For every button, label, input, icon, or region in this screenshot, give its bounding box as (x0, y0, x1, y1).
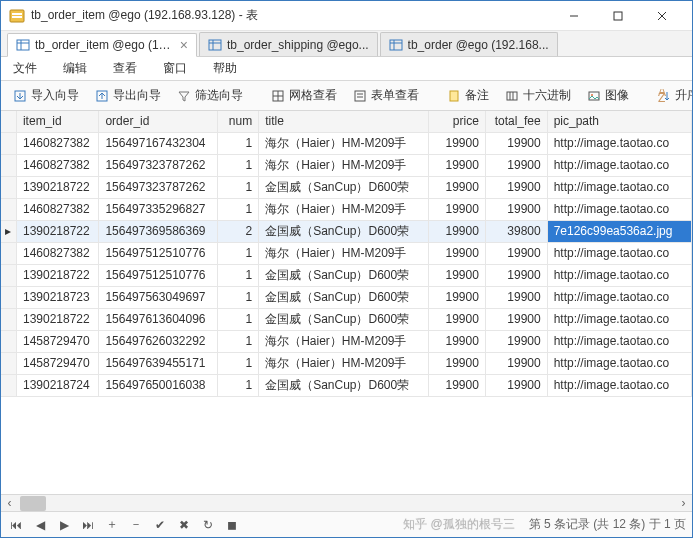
cell-total_fee[interactable]: 39800 (485, 220, 547, 242)
cell-item_id[interactable]: 1390218722 (16, 264, 98, 286)
column-header-order_id[interactable]: order_id (99, 111, 218, 132)
cell-total_fee[interactable]: 19900 (485, 176, 547, 198)
menu-view[interactable]: 查看 (107, 58, 143, 79)
grid-view-button[interactable]: 网格查看 (265, 85, 343, 107)
cell-order_id[interactable]: 156497512510776 (99, 264, 218, 286)
table-row[interactable]: 13902187231564975630496971金国威（SanCup）D60… (1, 286, 692, 308)
cell-total_fee[interactable]: 19900 (485, 264, 547, 286)
cell-order_id[interactable]: 156497650016038 (99, 374, 218, 396)
nav-last-icon[interactable]: ⏭ (79, 516, 97, 534)
cell-price[interactable]: 19900 (429, 352, 486, 374)
cell-order_id[interactable]: 156497626032292 (99, 330, 218, 352)
cell-title[interactable]: 海尔（Haier）HM-M209手 (259, 352, 429, 374)
cell-title[interactable]: 海尔（Haier）HM-M209手 (259, 198, 429, 220)
horizontal-scrollbar[interactable]: ‹ › (1, 494, 692, 511)
cell-num[interactable]: 1 (217, 198, 258, 220)
table-row[interactable]: 14608273821564975125107761海尔（Haier）HM-M2… (1, 242, 692, 264)
table-row[interactable]: ▸13902187221564973695863692金国威（SanCup）D6… (1, 220, 692, 242)
minimize-button[interactable] (552, 2, 596, 30)
cell-title[interactable]: 海尔（Haier）HM-M209手 (259, 132, 429, 154)
nav-delete-icon[interactable]: － (127, 516, 145, 534)
table-row[interactable]: 13902187221564973237872621金国威（SanCup）D60… (1, 176, 692, 198)
cell-order_id[interactable]: 156497563049697 (99, 286, 218, 308)
cell-total_fee[interactable]: 19900 (485, 308, 547, 330)
cell-total_fee[interactable]: 19900 (485, 154, 547, 176)
cell-item_id[interactable]: 1460827382 (16, 198, 98, 220)
cell-item_id[interactable]: 1390218722 (16, 176, 98, 198)
tab-close-icon[interactable]: × (180, 38, 188, 52)
nav-prev-icon[interactable]: ◀ (31, 516, 49, 534)
cell-title[interactable]: 金国威（SanCup）D600荣 (259, 176, 429, 198)
nav-cancel-icon[interactable]: ✖ (175, 516, 193, 534)
cell-num[interactable]: 1 (217, 286, 258, 308)
cell-pic_path[interactable]: http://image.taotao.co (547, 154, 691, 176)
column-header-pic_path[interactable]: pic_path (547, 111, 691, 132)
cell-order_id[interactable]: 156497613604096 (99, 308, 218, 330)
cell-total_fee[interactable]: 19900 (485, 352, 547, 374)
table-row[interactable]: 14587294701564976260322921海尔（Haier）HM-M2… (1, 330, 692, 352)
scroll-thumb[interactable] (20, 496, 46, 511)
cell-num[interactable]: 1 (217, 242, 258, 264)
column-header-num[interactable]: num (217, 111, 258, 132)
cell-price[interactable]: 19900 (429, 264, 486, 286)
cell-price[interactable]: 19900 (429, 242, 486, 264)
cell-num[interactable]: 1 (217, 330, 258, 352)
nav-refresh-icon[interactable]: ↻ (199, 516, 217, 534)
table-row[interactable]: 13902187221564975125107761金国威（SanCup）D60… (1, 264, 692, 286)
scroll-right-icon[interactable]: › (675, 496, 692, 510)
cell-num[interactable]: 2 (217, 220, 258, 242)
sort-asc-button[interactable]: AZ升序排序 (651, 85, 692, 107)
cell-item_id[interactable]: 1460827382 (16, 132, 98, 154)
cell-title[interactable]: 海尔（Haier）HM-M209手 (259, 330, 429, 352)
cell-title[interactable]: 金国威（SanCup）D600荣 (259, 308, 429, 330)
form-view-button[interactable]: 表单查看 (347, 85, 425, 107)
cell-title[interactable]: 金国威（SanCup）D600荣 (259, 286, 429, 308)
cell-order_id[interactable]: 156497323787262 (99, 176, 218, 198)
image-button[interactable]: 图像 (581, 85, 635, 107)
cell-pic_path[interactable]: http://image.taotao.co (547, 308, 691, 330)
filter-wizard-button[interactable]: 筛选向导 (171, 85, 249, 107)
cell-pic_path[interactable]: http://image.taotao.co (547, 198, 691, 220)
cell-order_id[interactable]: 156497639455171 (99, 352, 218, 374)
cell-item_id[interactable]: 1390218723 (16, 286, 98, 308)
hex-button[interactable]: 十六进制 (499, 85, 577, 107)
scroll-left-icon[interactable]: ‹ (1, 496, 18, 510)
maximize-button[interactable] (596, 2, 640, 30)
cell-pic_path[interactable]: http://image.taotao.co (547, 132, 691, 154)
cell-total_fee[interactable]: 19900 (485, 374, 547, 396)
cell-order_id[interactable]: 156497323787262 (99, 154, 218, 176)
column-header-total_fee[interactable]: total_fee (485, 111, 547, 132)
table-row[interactable]: 13902187241564976500160381金国威（SanCup）D60… (1, 374, 692, 396)
table-row[interactable]: 14608273821564973237872621海尔（Haier）HM-M2… (1, 154, 692, 176)
cell-pic_path[interactable]: http://image.taotao.co (547, 242, 691, 264)
cell-price[interactable]: 19900 (429, 286, 486, 308)
menu-edit[interactable]: 编辑 (57, 58, 93, 79)
tab-1[interactable]: tb_order_shipping @ego... (199, 32, 378, 56)
cell-num[interactable]: 1 (217, 132, 258, 154)
nav-first-icon[interactable]: ⏮ (7, 516, 25, 534)
cell-pic_path[interactable]: http://image.taotao.co (547, 330, 691, 352)
memo-button[interactable]: 备注 (441, 85, 495, 107)
cell-num[interactable]: 1 (217, 264, 258, 286)
cell-item_id[interactable]: 1460827382 (16, 154, 98, 176)
cell-total_fee[interactable]: 19900 (485, 132, 547, 154)
cell-price[interactable]: 19900 (429, 330, 486, 352)
cell-item_id[interactable]: 1390218722 (16, 308, 98, 330)
cell-order_id[interactable]: 156497335296827 (99, 198, 218, 220)
cell-pic_path[interactable]: http://image.taotao.co (547, 176, 691, 198)
nav-stop-icon[interactable]: ◼ (223, 516, 241, 534)
cell-total_fee[interactable]: 19900 (485, 242, 547, 264)
cell-pic_path[interactable]: http://image.taotao.co (547, 286, 691, 308)
table-row[interactable]: 13902187221564976136040961金国威（SanCup）D60… (1, 308, 692, 330)
cell-title[interactable]: 金国威（SanCup）D600荣 (259, 264, 429, 286)
cell-pic_path[interactable]: http://image.taotao.co (547, 352, 691, 374)
cell-price[interactable]: 19900 (429, 308, 486, 330)
import-wizard-button[interactable]: 导入向导 (7, 85, 85, 107)
tab-0[interactable]: tb_order_item @ego (19...× (7, 33, 197, 57)
cell-price[interactable]: 19900 (429, 132, 486, 154)
cell-num[interactable]: 1 (217, 154, 258, 176)
cell-pic_path[interactable]: http://image.taotao.co (547, 264, 691, 286)
cell-order_id[interactable]: 156497512510776 (99, 242, 218, 264)
cell-pic_path[interactable]: http://image.taotao.co (547, 374, 691, 396)
cell-item_id[interactable]: 1390218724 (16, 374, 98, 396)
